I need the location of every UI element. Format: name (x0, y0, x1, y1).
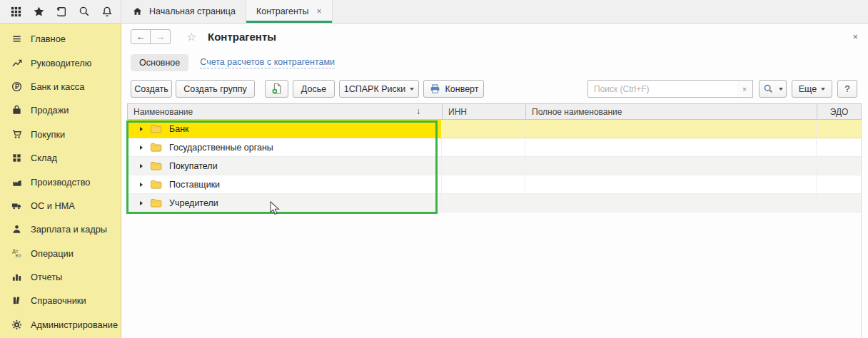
inn-cell (442, 175, 525, 193)
name-cell: Поставщики (128, 175, 442, 193)
truck-icon (11, 200, 23, 211)
expand-arrow-icon[interactable] (140, 164, 143, 168)
bag-icon (11, 105, 23, 116)
column-header-name-label: Наименование (133, 107, 193, 117)
sidebar-item-label: Отчеты (31, 272, 62, 282)
gear-icon (11, 319, 23, 330)
printer-icon (429, 83, 441, 95)
menu-icon (11, 34, 23, 45)
column-header-name[interactable]: Наименование ↓ (128, 104, 443, 119)
name-cell: Банк (128, 120, 442, 138)
folder-icon (150, 124, 162, 133)
tab-kontragenty[interactable]: Контрагенты × (246, 0, 333, 23)
sidebar-item-10[interactable]: Отчеты (0, 265, 121, 289)
search-button[interactable] (759, 80, 787, 98)
notifications-bell-icon[interactable] (96, 1, 118, 21)
expand-arrow-icon[interactable] (140, 201, 143, 205)
sidebar-item-2[interactable]: Банк и касса (0, 75, 121, 98)
sidebar-item-4[interactable]: Покупки (0, 123, 121, 146)
spark-risks-button[interactable]: 1СПАРК Риски (339, 80, 419, 98)
search-icon (762, 83, 774, 95)
create-group-button[interactable]: Создать группу (176, 80, 255, 98)
full-name-cell (525, 138, 817, 156)
view-tab-osnovnoe[interactable]: Основное (131, 54, 188, 71)
history-icon[interactable] (51, 1, 72, 21)
tab-home[interactable]: Начальная страница (121, 0, 246, 23)
edo-cell (817, 175, 861, 193)
sidebar-item-3[interactable]: Продажи (0, 98, 121, 122)
folder-icon (150, 198, 162, 208)
table-row[interactable]: Покупатели (128, 157, 861, 175)
counterparties-table: Наименование ↓ ИНН Полное наименование Э… (127, 103, 862, 212)
sidebar-item-6[interactable]: Производство (0, 170, 121, 193)
table-header: Наименование ↓ ИНН Полное наименование Э… (127, 103, 862, 120)
table-row[interactable]: Учредители (128, 194, 861, 212)
copy-icon (271, 83, 283, 95)
edo-cell (817, 138, 861, 156)
sidebar-item-label: Продажи (31, 105, 69, 116)
expand-arrow-icon[interactable] (140, 145, 143, 150)
search-input[interactable] (587, 80, 737, 98)
column-header-fullname[interactable]: Полное наименование (526, 104, 817, 119)
inn-cell (442, 194, 525, 212)
sidebar-item-label: Склад (31, 153, 57, 163)
expand-arrow-icon[interactable] (140, 183, 143, 187)
top-toolbar: Начальная страница Контрагенты × (0, 0, 868, 24)
group-name-label: Государственные органы (169, 143, 273, 153)
chevron-down-icon (410, 88, 414, 91)
accounts-link[interactable]: Счета расчетов с контрагентами (200, 57, 335, 69)
apps-grid-icon[interactable] (5, 1, 26, 21)
column-header-inn[interactable]: ИНН (443, 104, 526, 119)
clear-search-button[interactable]: × (737, 80, 753, 98)
sidebar-item-7[interactable]: ОС и НМА (0, 194, 121, 217)
chevron-down-icon (821, 88, 825, 91)
sidebar-item-1[interactable]: Руководителю (0, 51, 121, 74)
column-header-edo-label: ЭДО (830, 107, 849, 117)
table-row[interactable]: Государственные органы (128, 138, 861, 157)
sidebar-item-8[interactable]: Зарплата и кадры (0, 217, 121, 241)
favorite-star-icon[interactable]: ☆ (186, 30, 196, 43)
sidebar: ГлавноеРуководителюБанк и кассаПродажиПо… (0, 24, 121, 338)
dossier-button[interactable]: Досье (293, 80, 335, 98)
favorites-star-icon[interactable] (28, 1, 49, 21)
sidebar-item-label: Администрирование (31, 319, 118, 330)
sidebar-item-12[interactable]: Администрирование (0, 313, 121, 337)
cart-icon (11, 128, 23, 140)
column-header-edo[interactable]: ЭДО (817, 104, 861, 119)
sidebar-item-label: Операции (31, 248, 74, 259)
expand-arrow-icon[interactable] (140, 127, 143, 131)
tab-close-icon[interactable]: × (317, 6, 322, 16)
spark-risks-label: 1СПАРК Риски (344, 84, 405, 94)
more-button[interactable]: Еще (792, 80, 832, 98)
full-name-cell (525, 175, 817, 193)
sidebar-item-5[interactable]: Склад (0, 146, 121, 170)
boxes-icon (11, 153, 23, 164)
help-button[interactable]: ? (837, 80, 857, 98)
sidebar-item-9[interactable]: ДтКтОперации (0, 242, 121, 265)
table-row[interactable]: Банк (128, 120, 861, 138)
table-row[interactable]: Поставщики (128, 175, 861, 194)
sidebar-item-label: Покупки (31, 129, 65, 140)
forward-button[interactable]: → (151, 29, 171, 44)
create-button[interactable]: Создать (131, 80, 172, 98)
tab-home-label: Начальная страница (149, 6, 236, 16)
inn-cell (442, 120, 525, 138)
sort-descending-icon: ↓ (416, 106, 420, 116)
sidebar-item-label: Главное (31, 34, 66, 44)
trend-icon (11, 57, 23, 68)
table-body: БанкГосударственные органыПокупателиПост… (127, 120, 862, 212)
sidebar-item-0[interactable]: Главное (0, 27, 121, 51)
sidebar-item-11[interactable]: Справочники (0, 289, 121, 312)
envelope-button[interactable]: Конверт (423, 80, 484, 98)
search-icon[interactable] (74, 1, 95, 21)
sidebar-item-label: Справочники (31, 295, 86, 306)
back-button[interactable]: ← (131, 29, 151, 44)
close-form-button[interactable]: × (852, 32, 858, 41)
copy-button[interactable] (265, 80, 288, 98)
inn-cell (442, 138, 525, 156)
more-label: Еще (799, 84, 817, 94)
main-panel: ← → ☆ Контрагенты × Основное Счета расче… (121, 24, 868, 338)
sidebar-item-label: Руководителю (31, 58, 91, 68)
view-switcher: Основное Счета расчетов с контрагентами (131, 53, 335, 72)
nav-buttons: ← → (131, 29, 171, 44)
